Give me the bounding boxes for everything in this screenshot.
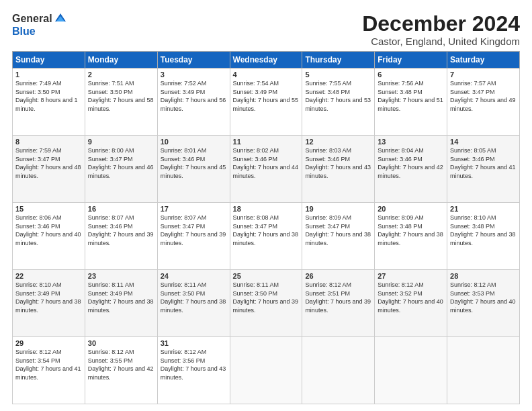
page: General Blue December 2024 Castor, Engla… <box>0 0 532 411</box>
day-number: 27 <box>378 272 444 280</box>
day-number: 15 <box>15 205 82 213</box>
day-info: Sunrise: 7:57 AMSunset: 3:47 PMDaylight:… <box>450 80 516 112</box>
calendar-week-4: 22Sunrise: 8:10 AMSunset: 3:49 PMDayligh… <box>13 270 520 337</box>
calendar-week-2: 8Sunrise: 7:59 AMSunset: 3:47 PMDaylight… <box>13 136 520 203</box>
day-number: 5 <box>305 71 371 79</box>
calendar-table: Sunday Monday Tuesday Wednesday Thursday… <box>12 51 520 404</box>
day-number: 19 <box>305 205 371 213</box>
calendar-cell: 29Sunrise: 8:12 AMSunset: 3:54 PMDayligh… <box>13 337 85 404</box>
calendar-cell: 21Sunrise: 8:10 AMSunset: 3:48 PMDayligh… <box>447 203 520 270</box>
header-friday: Friday <box>375 52 447 68</box>
calendar-cell: 5Sunrise: 7:55 AMSunset: 3:48 PMDaylight… <box>302 68 375 136</box>
day-info: Sunrise: 8:07 AMSunset: 3:46 PMDaylight:… <box>88 214 154 246</box>
header-row: Sunday Monday Tuesday Wednesday Thursday… <box>13 52 520 68</box>
header-monday: Monday <box>85 52 157 68</box>
day-info: Sunrise: 8:11 AMSunset: 3:50 PMDaylight:… <box>233 281 299 314</box>
calendar-cell: 10Sunrise: 8:01 AMSunset: 3:46 PMDayligh… <box>157 136 230 203</box>
day-number: 25 <box>233 272 300 280</box>
day-number: 7 <box>450 71 517 79</box>
day-number: 23 <box>88 272 154 280</box>
day-number: 3 <box>161 71 227 79</box>
calendar-cell: 4Sunrise: 7:54 AMSunset: 3:49 PMDaylight… <box>230 68 302 136</box>
calendar-cell <box>375 337 447 404</box>
location: Castor, England, United Kingdom <box>362 36 520 47</box>
day-info: Sunrise: 8:12 AMSunset: 3:55 PMDaylight:… <box>88 349 154 381</box>
header-tuesday: Tuesday <box>157 52 230 68</box>
day-info: Sunrise: 8:01 AMSunset: 3:46 PMDaylight:… <box>161 147 226 179</box>
day-number: 24 <box>161 272 227 280</box>
calendar-cell <box>447 337 520 404</box>
day-info: Sunrise: 8:09 AMSunset: 3:47 PMDaylight:… <box>305 214 371 246</box>
header: General Blue December 2024 Castor, Engla… <box>12 12 520 47</box>
header-thursday: Thursday <box>302 52 375 68</box>
day-number: 11 <box>233 138 300 146</box>
calendar-cell: 13Sunrise: 8:04 AMSunset: 3:46 PMDayligh… <box>375 136 447 203</box>
day-info: Sunrise: 8:06 AMSunset: 3:46 PMDaylight:… <box>15 214 81 246</box>
day-number: 6 <box>378 71 444 79</box>
day-info: Sunrise: 8:00 AMSunset: 3:47 PMDaylight:… <box>88 147 154 179</box>
day-info: Sunrise: 8:10 AMSunset: 3:49 PMDaylight:… <box>15 281 81 314</box>
day-number: 9 <box>88 138 154 146</box>
calendar-cell: 18Sunrise: 8:08 AMSunset: 3:47 PMDayligh… <box>230 203 302 270</box>
day-number: 29 <box>15 339 82 347</box>
day-info: Sunrise: 8:12 AMSunset: 3:54 PMDaylight:… <box>15 349 81 381</box>
calendar-cell: 15Sunrise: 8:06 AMSunset: 3:46 PMDayligh… <box>13 203 85 270</box>
calendar-cell: 1Sunrise: 7:49 AMSunset: 3:50 PMDaylight… <box>13 68 85 136</box>
day-number: 31 <box>161 339 227 347</box>
calendar-week-3: 15Sunrise: 8:06 AMSunset: 3:46 PMDayligh… <box>13 203 520 270</box>
calendar-cell: 7Sunrise: 7:57 AMSunset: 3:47 PMDaylight… <box>447 68 520 136</box>
calendar-cell: 9Sunrise: 8:00 AMSunset: 3:47 PMDaylight… <box>85 136 157 203</box>
day-number: 22 <box>15 272 82 280</box>
day-info: Sunrise: 8:11 AMSunset: 3:49 PMDaylight:… <box>88 281 154 314</box>
day-number: 4 <box>233 71 300 79</box>
day-number: 18 <box>233 205 300 213</box>
calendar-cell: 14Sunrise: 8:05 AMSunset: 3:46 PMDayligh… <box>447 136 520 203</box>
day-number: 14 <box>450 138 517 146</box>
day-info: Sunrise: 7:56 AMSunset: 3:48 PMDaylight:… <box>378 80 443 112</box>
calendar-cell: 26Sunrise: 8:12 AMSunset: 3:51 PMDayligh… <box>302 270 375 337</box>
day-info: Sunrise: 7:52 AMSunset: 3:49 PMDaylight:… <box>161 80 226 112</box>
calendar-cell: 19Sunrise: 8:09 AMSunset: 3:47 PMDayligh… <box>302 203 375 270</box>
day-info: Sunrise: 8:07 AMSunset: 3:47 PMDaylight:… <box>161 214 226 246</box>
calendar-cell: 24Sunrise: 8:11 AMSunset: 3:50 PMDayligh… <box>157 270 230 337</box>
calendar-cell: 8Sunrise: 7:59 AMSunset: 3:47 PMDaylight… <box>13 136 85 203</box>
logo-blue-text: Blue <box>12 26 36 38</box>
day-info: Sunrise: 8:04 AMSunset: 3:46 PMDaylight:… <box>378 147 443 179</box>
logo-general-text: General <box>12 13 52 25</box>
day-number: 12 <box>305 138 371 146</box>
day-info: Sunrise: 8:09 AMSunset: 3:48 PMDaylight:… <box>378 214 443 246</box>
day-info: Sunrise: 8:12 AMSunset: 3:52 PMDaylight:… <box>378 281 443 314</box>
calendar-cell: 25Sunrise: 8:11 AMSunset: 3:50 PMDayligh… <box>230 270 302 337</box>
calendar-cell: 2Sunrise: 7:51 AMSunset: 3:50 PMDaylight… <box>85 68 157 136</box>
day-info: Sunrise: 7:49 AMSunset: 3:50 PMDaylight:… <box>15 80 78 112</box>
day-number: 21 <box>450 205 517 213</box>
header-sunday: Sunday <box>13 52 85 68</box>
day-number: 20 <box>378 205 444 213</box>
day-info: Sunrise: 8:12 AMSunset: 3:51 PMDaylight:… <box>305 281 371 314</box>
calendar-week-5: 29Sunrise: 8:12 AMSunset: 3:54 PMDayligh… <box>13 337 520 404</box>
calendar-cell: 31Sunrise: 8:12 AMSunset: 3:56 PMDayligh… <box>157 337 230 404</box>
calendar-cell: 3Sunrise: 7:52 AMSunset: 3:49 PMDaylight… <box>157 68 230 136</box>
calendar-cell: 22Sunrise: 8:10 AMSunset: 3:49 PMDayligh… <box>13 270 85 337</box>
day-info: Sunrise: 8:05 AMSunset: 3:46 PMDaylight:… <box>450 147 516 179</box>
day-info: Sunrise: 7:54 AMSunset: 3:49 PMDaylight:… <box>233 80 299 112</box>
day-info: Sunrise: 8:12 AMSunset: 3:56 PMDaylight:… <box>161 349 226 381</box>
calendar-cell <box>302 337 375 404</box>
calendar-cell: 23Sunrise: 8:11 AMSunset: 3:49 PMDayligh… <box>85 270 157 337</box>
calendar-cell: 20Sunrise: 8:09 AMSunset: 3:48 PMDayligh… <box>375 203 447 270</box>
calendar-cell: 27Sunrise: 8:12 AMSunset: 3:52 PMDayligh… <box>375 270 447 337</box>
calendar-cell: 6Sunrise: 7:56 AMSunset: 3:48 PMDaylight… <box>375 68 447 136</box>
day-info: Sunrise: 8:08 AMSunset: 3:47 PMDaylight:… <box>233 214 299 246</box>
day-info: Sunrise: 7:55 AMSunset: 3:48 PMDaylight:… <box>305 80 371 112</box>
day-number: 30 <box>88 339 154 347</box>
logo-icon <box>54 12 67 26</box>
day-info: Sunrise: 8:12 AMSunset: 3:53 PMDaylight:… <box>450 281 516 314</box>
day-info: Sunrise: 8:11 AMSunset: 3:50 PMDaylight:… <box>161 281 226 314</box>
calendar-cell: 30Sunrise: 8:12 AMSunset: 3:55 PMDayligh… <box>85 337 157 404</box>
calendar-cell: 28Sunrise: 8:12 AMSunset: 3:53 PMDayligh… <box>447 270 520 337</box>
day-info: Sunrise: 8:10 AMSunset: 3:48 PMDaylight:… <box>450 214 516 246</box>
month-title: December 2024 <box>362 12 520 36</box>
day-number: 8 <box>15 138 82 146</box>
day-number: 10 <box>161 138 227 146</box>
day-info: Sunrise: 8:03 AMSunset: 3:46 PMDaylight:… <box>305 147 371 179</box>
